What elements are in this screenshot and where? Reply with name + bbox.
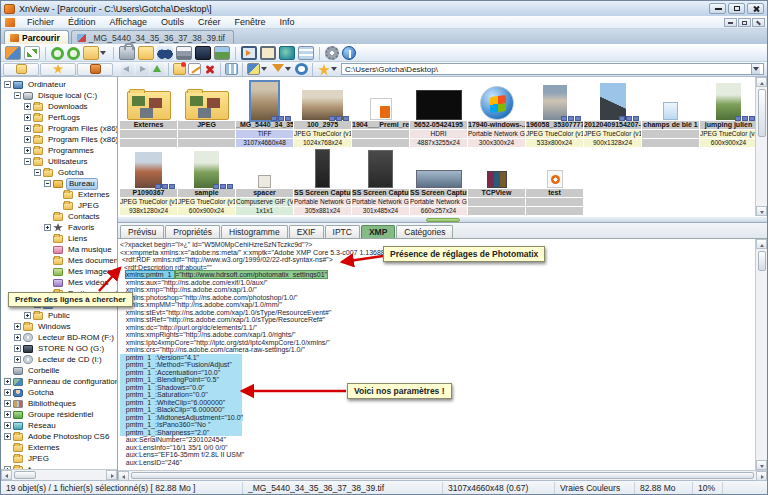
open-folder-button[interactable] [138,46,154,60]
new-folder-button[interactable] [173,63,186,75]
tree-item[interactable]: Bibliothèques [1,398,117,409]
tree-item[interactable]: Contacts [1,211,117,222]
scrollbar-thumb[interactable] [14,471,36,479]
scroll-left-icon[interactable] [118,471,129,481]
thumbnail-item[interactable]: jumping julienJPEG TrueColor (v1.1)600x9… [700,79,755,147]
settings-button[interactable] [325,46,339,60]
info-vertical-scrollbar[interactable] [755,239,767,470]
thumbnail-item[interactable]: 100_2975JPEG TrueColor (v1.1)1024x768x24 [294,79,351,147]
tree-item[interactable]: Mes vidéos [1,277,117,288]
minimize-button[interactable] [709,3,726,14]
favorites-tab-button[interactable] [40,63,76,76]
address-dropdown-icon[interactable] [751,64,760,74]
thumbnail-item[interactable]: test [526,147,583,215]
thumbnail-item[interactable]: SS Screen Captur...Portable Network Gr..… [294,147,351,215]
tree-item[interactable]: Ordinateur [1,79,117,90]
tree-item[interactable]: JPEG [1,200,117,211]
tree-expander-icon[interactable] [4,411,11,418]
forward-button[interactable] [136,63,149,75]
tree-item[interactable]: Gotcha [1,167,117,178]
tree-expander-icon[interactable] [24,147,31,154]
back-button[interactable] [121,63,134,75]
info-horizontal-scrollbar[interactable] [118,470,767,480]
thumbnail-item[interactable]: champs de blé 1 [642,79,699,147]
up-button[interactable] [151,63,164,75]
filter-button[interactable] [271,63,293,75]
slideshow-button[interactable] [241,46,257,60]
mdi-close-button[interactable] [752,18,765,27]
tree-expander-icon[interactable] [24,136,31,143]
scrollbar-thumb[interactable] [758,89,766,137]
tree-item[interactable]: Downloads [1,101,117,112]
rotate-right-button[interactable] [67,47,80,60]
tree-item[interactable]: Externes [1,189,117,200]
search-button[interactable] [157,46,173,60]
tree-expander-icon[interactable] [14,323,21,330]
tree-expander-icon[interactable] [34,169,41,176]
view-mode-button[interactable] [225,63,238,75]
scrollbar-thumb[interactable] [758,251,766,271]
tree-expander-icon[interactable] [24,158,31,165]
folders-tab-button[interactable] [3,63,39,76]
tree-item[interactable]: Lecteur BD-ROM (F:) [1,332,117,343]
tree-item[interactable]: Programmes [1,145,117,156]
lock-button[interactable] [119,46,135,60]
tree-item[interactable]: Program Files (x86) [1,123,117,134]
menu-item[interactable]: Outils [154,16,191,28]
tree-expander-icon[interactable] [24,103,31,110]
edit-button[interactable] [188,63,201,75]
fullscreen-button[interactable] [24,46,40,60]
tree-item[interactable]: Ma musique [1,244,117,255]
tree-item[interactable]: Groupe résidentiel [1,409,117,420]
tree-expander-icon[interactable] [44,224,51,231]
menu-item[interactable]: Édition [61,16,103,28]
mdi-restore-button[interactable] [738,18,751,27]
thumbnail-item[interactable]: spacerCompuserve GIF (V...1x1x1 [236,147,293,215]
thumbnail-item[interactable]: SS Screen Captur...Portable Network Gr..… [410,147,467,215]
tree-expander-icon[interactable] [24,312,31,319]
thumbnail-item[interactable]: SS Screen Captur...Portable Network Gr..… [352,147,409,215]
info-tab-catégories[interactable]: Catégories [396,225,453,238]
tree-item[interactable]: STORE N GO (G:) [1,343,117,354]
tree-item[interactable]: Mes documen... [1,255,117,266]
info-tab-exif[interactable]: EXIF [289,225,324,238]
thumbnail-vertical-scrollbar[interactable] [755,77,767,216]
delete-button[interactable] [203,63,216,75]
close-button[interactable] [747,3,764,14]
tree-item[interactable]: Utilisateurs [1,156,117,167]
sort-button[interactable] [247,63,269,75]
tree-item[interactable]: JPEG [1,453,117,464]
thumbnail-item[interactable]: 1904___Premi_re... [352,79,409,147]
tree-item[interactable]: Bureau [1,178,117,189]
tree-item[interactable]: Lecteur de CD (I:) [1,354,117,365]
tree-expander-icon[interactable] [4,466,11,469]
scroll-up-icon[interactable] [756,239,767,249]
thumbnail-item[interactable]: 196058_35307777...JPEG TrueColor (v1.2)5… [526,79,583,147]
scroll-right-icon[interactable] [756,471,767,481]
history-tab-button[interactable] [77,63,113,76]
tree-expander-icon[interactable] [14,356,21,363]
web-export-button[interactable] [279,46,295,60]
thumbnail-item[interactable]: _MG_5440_34_35..TIFF3107x4660x48 [236,79,293,147]
rotate-left-button[interactable] [51,47,64,60]
refresh-button[interactable] [295,63,308,75]
scroll-down-icon[interactable] [756,460,767,470]
thumbnail-item[interactable]: Externes [120,79,177,147]
tree-item[interactable]: Program Files (x86)Au.. [1,134,117,145]
scroll-right-icon[interactable] [106,470,117,480]
info-tab-propriétés[interactable]: Propriétés [165,225,220,238]
thumbnail-item[interactable]: sampleJPEG TrueColor (v1.1)600x900x24 [178,147,235,215]
info-button[interactable] [342,46,356,60]
image-edit-button[interactable] [214,46,230,60]
splitter-grip-icon[interactable] [426,218,460,222]
tree-item[interactable]: Panneau de configuration [1,376,117,387]
tree-expander-icon[interactable] [14,345,21,352]
tree-expander-icon[interactable] [14,92,21,99]
tree-item[interactable]: Public [1,310,117,321]
tree-expander-icon[interactable] [44,180,51,187]
tree-expander-icon[interactable] [4,433,11,440]
menu-item[interactable]: Info [272,16,301,28]
scroll-down-icon[interactable] [756,206,767,216]
tree-expander-icon[interactable] [4,422,11,429]
scrollbar-thumb[interactable] [131,472,754,479]
